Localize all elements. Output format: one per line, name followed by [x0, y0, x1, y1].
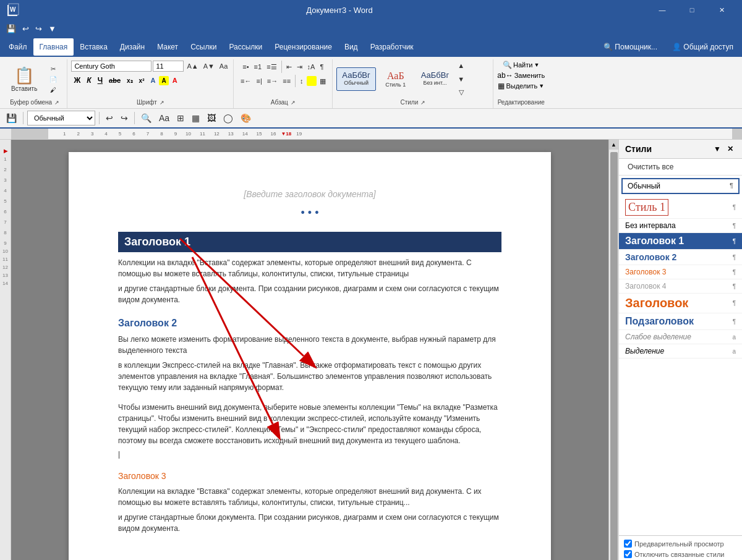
clear-all-button[interactable]: Очистить все	[621, 160, 740, 174]
align-right-button[interactable]: ≡→	[265, 76, 279, 86]
body-para1[interactable]: Коллекции на вкладке "Вставка" содержат …	[118, 257, 501, 279]
assistant-button[interactable]: 🔍 Помощник...	[597, 40, 663, 54]
scroll-up-button[interactable]: ▲	[609, 140, 618, 150]
bold-button[interactable]: Ж	[71, 75, 83, 86]
ruler-content[interactable]: 1 2 3 4 5 6 7 8 9 10 11 12 13 14 15 16 ▼…	[48, 129, 732, 140]
menu-file[interactable]: Файл	[2, 38, 33, 56]
t2-insert-button[interactable]: ⊞	[174, 112, 187, 124]
strikethrough-button[interactable]: abc	[106, 75, 123, 85]
align-left-button[interactable]: ≡←	[239, 76, 253, 86]
style-normal-entry[interactable]: Обычный ¶	[621, 178, 740, 194]
style-entry-weak[interactable]: Слабое выделение a	[619, 330, 742, 344]
cursor-paragraph[interactable]: |	[118, 450, 501, 459]
scroll-thumb[interactable]	[610, 152, 618, 560]
t2-redo-button[interactable]: ↪	[118, 112, 130, 124]
related-checkbox[interactable]	[624, 550, 632, 558]
style-normal[interactable]: АаБбВг Обычный	[336, 67, 375, 91]
styles-more-button[interactable]: ▽	[456, 87, 466, 98]
close-button[interactable]: ✕	[707, 0, 736, 20]
multilevel-button[interactable]: ≡☰	[265, 62, 278, 72]
body-para1b[interactable]: и другие стандартные блоки документа. Пр…	[118, 283, 501, 305]
style-entry-bez[interactable]: Без интервала ¶	[619, 219, 742, 233]
styles-down-button[interactable]: ▼	[456, 74, 466, 84]
font-name-input[interactable]	[71, 61, 151, 72]
body-para2[interactable]: Вы легко можете изменить форматирование …	[118, 334, 501, 356]
body-para4b[interactable]: и другие стандартные блоки документа. Пр…	[118, 512, 501, 534]
text-effect-button[interactable]: A	[148, 75, 158, 85]
maximize-button[interactable]: □	[678, 0, 706, 20]
undo-button[interactable]: ↩	[20, 23, 32, 35]
menu-developer[interactable]: Разработчик	[364, 38, 420, 56]
style-entry-h1[interactable]: Заголовок 1 ¶	[619, 233, 742, 250]
document-area[interactable]: [Введите заголовок документа] • • • Заго…	[11, 140, 608, 560]
line-spacing-button[interactable]: ↕	[298, 76, 305, 86]
body-para3[interactable]: Чтобы изменить внешний вид документа, вы…	[118, 402, 501, 446]
replace-button[interactable]: ab↔Заменить	[497, 71, 545, 80]
paste-button[interactable]: 📋 Вставить	[6, 61, 42, 98]
save-icon-button[interactable]: 💾	[4, 112, 19, 124]
style-entry-vyd[interactable]: Выделение a	[619, 344, 742, 358]
decrease-indent-button[interactable]: ⇤	[284, 62, 294, 72]
body-para2b[interactable]: в коллекции Экспресс-стилей на вкладке "…	[118, 360, 501, 393]
panel-collapse-button[interactable]: ▼	[711, 143, 723, 155]
style-entry-h4[interactable]: Заголовок 4 ¶	[619, 279, 742, 294]
sort-button[interactable]: ↕A	[305, 62, 317, 72]
font-color-button[interactable]: A	[170, 75, 180, 85]
increase-indent-button[interactable]: ⇥	[295, 62, 304, 72]
heading3-block[interactable]: Заголовок 3	[118, 471, 501, 481]
find-button[interactable]: 🔍Найти▼	[503, 61, 539, 69]
align-center-button[interactable]: ≡|	[255, 76, 264, 86]
preview-checkbox[interactable]	[624, 540, 632, 548]
qat-dropdown[interactable]: ▼	[46, 23, 59, 35]
menu-layout[interactable]: Макет	[151, 38, 184, 56]
style-select[interactable]: Обычный	[27, 111, 95, 125]
menu-refs[interactable]: Ссылки	[184, 38, 223, 56]
style-no-spacing[interactable]: АаБбВг Без инт...	[416, 67, 454, 91]
italic-button[interactable]: К	[84, 75, 93, 86]
scroll-track[interactable]	[609, 150, 618, 560]
subscript-button[interactable]: x₂	[124, 76, 135, 85]
font-decrease-button[interactable]: A▼	[202, 61, 216, 71]
highlight-button[interactable]: A	[159, 76, 168, 85]
heading1-block[interactable]: Заголовок 1	[118, 232, 501, 252]
minimize-button[interactable]: —	[648, 0, 676, 20]
style-entry-sub[interactable]: Подзаголовок ¶	[619, 313, 742, 330]
document-placeholder[interactable]: [Введите заголовок документа]	[118, 189, 501, 199]
font-size-input[interactable]	[153, 61, 184, 72]
body-para4[interactable]: Коллекции на вкладке "Вставка" содержат …	[118, 486, 501, 508]
show-marks-button[interactable]: ¶	[318, 62, 325, 72]
justify-button[interactable]: ≡≡	[281, 76, 292, 86]
share-button[interactable]: 👤 Общий доступ	[666, 40, 740, 54]
font-increase-button[interactable]: A▲	[185, 61, 200, 71]
menu-design[interactable]: Дизайн	[114, 38, 151, 56]
menu-review[interactable]: Рецензирование	[268, 38, 338, 56]
t2-undo-button[interactable]: ↩	[103, 112, 116, 124]
borders-button[interactable]: ▦	[318, 76, 328, 87]
menu-home[interactable]: Главная	[33, 38, 74, 56]
panel-close-button[interactable]: ✕	[725, 143, 736, 155]
t2-shape-button[interactable]: ◯	[221, 112, 236, 124]
format-painter-button[interactable]: 🖌	[43, 85, 63, 95]
numbering-button[interactable]: ≡1	[252, 62, 264, 72]
heading2-block[interactable]: Заголовок 2	[118, 318, 501, 329]
save-button[interactable]: 💾	[4, 23, 19, 35]
menu-view[interactable]: Вид	[338, 38, 364, 56]
cut-button[interactable]: ✂	[43, 64, 63, 74]
t2-table-button[interactable]: ▦	[189, 112, 202, 124]
shading-button[interactable]	[307, 76, 317, 86]
bullets-button[interactable]: ≡•	[241, 62, 250, 72]
styles-up-button[interactable]: ▲	[456, 61, 466, 70]
style-entry-h2[interactable]: Заголовок 2 ¶	[619, 250, 742, 265]
select-button[interactable]: ▦Выделить▼	[498, 82, 544, 90]
superscript-button[interactable]: x²	[137, 76, 147, 85]
t2-image-button[interactable]: 🖼	[205, 112, 218, 124]
style-style1[interactable]: АаБ Стиль 1	[377, 67, 414, 91]
clear-format-button[interactable]: Aa	[218, 61, 229, 71]
underline-button[interactable]: Ч	[95, 75, 105, 86]
copy-button[interactable]: 📄	[43, 75, 63, 84]
t2-color-button[interactable]: 🎨	[238, 112, 254, 124]
menu-insert[interactable]: Вставка	[74, 38, 114, 56]
style-entry-heading[interactable]: Заголовок ¶	[619, 294, 742, 313]
t2-zoom-button[interactable]: 🔍	[139, 112, 154, 124]
style-entry-h3[interactable]: Заголовок 3 ¶	[619, 265, 742, 279]
